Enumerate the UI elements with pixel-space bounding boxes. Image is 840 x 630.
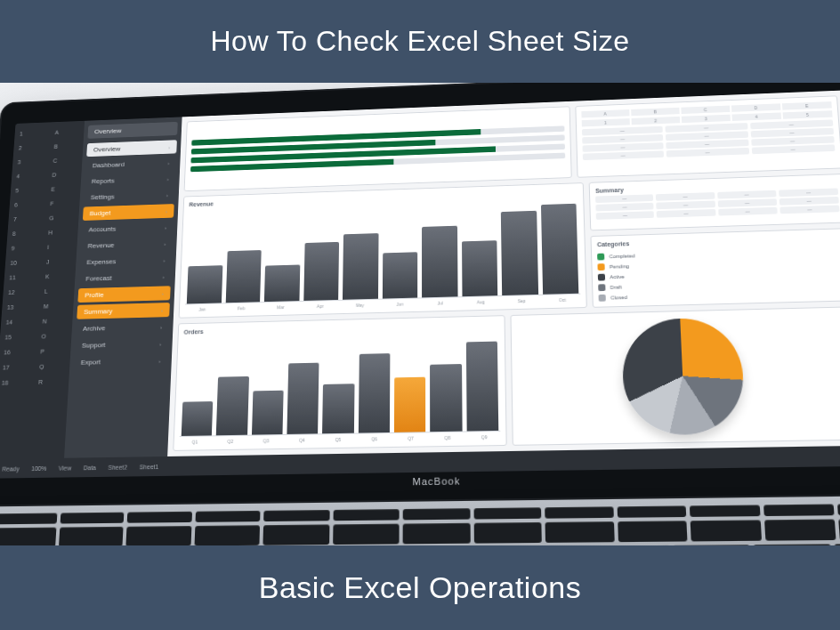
legend-swatch	[598, 274, 605, 281]
chevron-icon: ›	[168, 144, 170, 149]
sidebar-item-label: Overview	[93, 145, 121, 153]
sidebar-item[interactable]: Support›	[75, 336, 168, 353]
chevron-icon: ›	[163, 274, 165, 279]
chevron-icon: ›	[166, 192, 168, 197]
laptop: 1234 5678 9101112 13141516 1718 ABCD EFG…	[0, 83, 840, 545]
bar	[287, 363, 319, 434]
chevron-icon: ›	[159, 341, 161, 346]
chevron-icon: ›	[167, 176, 169, 181]
sidebar-item[interactable]: Dashboard›	[85, 156, 176, 173]
screen: 1234 5678 9101112 13141516 1718 ABCD EFG…	[0, 89, 840, 479]
key[interactable]	[195, 511, 260, 522]
bar	[182, 401, 214, 436]
key[interactable]	[473, 507, 541, 519]
key[interactable]	[59, 527, 124, 545]
bar	[465, 342, 498, 432]
chevron-icon: ›	[166, 208, 167, 214]
bottom-banner: Basic Excel Operations	[0, 545, 840, 630]
bar	[216, 376, 249, 436]
key[interactable]	[764, 519, 836, 540]
sidebar-item-label: Summary	[84, 308, 113, 316]
sidebar-item[interactable]: Archive›	[76, 319, 169, 336]
top-banner-text: How To Check Excel Sheet Size	[210, 25, 629, 57]
legend-swatch	[598, 263, 605, 271]
statusbar-item[interactable]: Ready	[2, 465, 20, 472]
sidebar-item-label: Export	[81, 359, 101, 367]
sidebar-item[interactable]: Summary›	[77, 303, 170, 319]
sidebar-item[interactable]: Overview›	[86, 140, 177, 157]
sidebar-item[interactable]: Export›	[74, 353, 168, 370]
statusbar-item[interactable]: Data	[84, 464, 97, 471]
bar	[264, 265, 300, 302]
bar	[394, 377, 426, 432]
sidebar-item[interactable]: Revenue›	[81, 237, 173, 254]
legend-title: Categories	[597, 234, 840, 247]
legend-list: CompletedPendingActiveDraftClosed	[597, 246, 840, 302]
bar	[359, 353, 391, 432]
bar	[252, 390, 284, 434]
sidebar-item-label: Forecast	[85, 274, 112, 282]
bar	[422, 226, 457, 298]
sidebar-item-label: Accounts	[88, 225, 116, 233]
key[interactable]	[545, 521, 615, 543]
progress-card	[184, 106, 572, 191]
bar	[541, 203, 579, 294]
statusbar-item[interactable]: Sheet1	[140, 464, 159, 470]
orders-chart-card: Orders Q1Q2Q3Q4Q5Q6Q7Q8Q9	[173, 315, 506, 451]
statusbar-item[interactable]: Sheet2	[108, 464, 127, 470]
legend-label: Closed	[610, 295, 627, 300]
key[interactable]	[60, 513, 124, 524]
bar	[382, 252, 417, 298]
key[interactable]	[263, 524, 330, 545]
sidebar-header: Overview	[87, 122, 177, 139]
key[interactable]	[403, 508, 470, 520]
key[interactable]	[473, 522, 542, 544]
key[interactable]	[403, 523, 471, 545]
sidebar-item[interactable]: Accounts›	[82, 220, 174, 237]
legend-swatch	[598, 284, 605, 291]
statusbar-item[interactable]: View	[59, 464, 72, 471]
revenue-chart-card: Revenue JanFebMarAprMayJunJulAugSepOct	[179, 182, 587, 319]
chevron-icon: ›	[161, 307, 163, 312]
key[interactable]	[618, 521, 688, 542]
sidebar-item[interactable]: Forecast›	[78, 270, 171, 287]
key[interactable]	[617, 505, 686, 517]
key[interactable]	[333, 524, 400, 545]
key[interactable]	[194, 525, 260, 545]
sidebar-item-label: Revenue	[87, 241, 114, 249]
key[interactable]	[127, 512, 192, 523]
key[interactable]	[690, 505, 760, 517]
bar	[343, 233, 378, 300]
chevron-icon: ›	[167, 160, 169, 165]
bar	[187, 265, 222, 303]
dashboard-main: ABCDE 12345 ——— ——— ——— ———	[167, 91, 840, 456]
pie-card	[510, 306, 840, 446]
legend-label: Draft	[610, 285, 621, 290]
key[interactable]	[691, 520, 762, 541]
chevron-icon: ›	[162, 291, 164, 296]
sidebar-item[interactable]: Expenses›	[80, 253, 173, 270]
key[interactable]	[0, 513, 57, 524]
key[interactable]	[763, 504, 835, 516]
chevron-icon: ›	[163, 257, 165, 262]
sidebar-item[interactable]: Budget›	[83, 204, 174, 221]
mid-row: Revenue JanFebMarAprMayJunJulAugSepOct S…	[179, 174, 840, 319]
chevron-icon: ›	[160, 324, 162, 329]
small-table: ——— ——— ——— ———	[582, 119, 836, 162]
key[interactable]	[0, 528, 56, 545]
summary-table: Summary ———— ———— ————	[589, 174, 840, 230]
key[interactable]	[545, 506, 613, 518]
key[interactable]	[333, 509, 400, 521]
statusbar-item[interactable]: 100%	[31, 464, 47, 471]
sidebar-item-label: Expenses	[86, 258, 116, 266]
sidebar-item[interactable]: Reports›	[85, 172, 175, 189]
sidebar-item[interactable]: Settings›	[84, 188, 175, 205]
chevron-icon: ›	[164, 241, 166, 246]
key[interactable]	[125, 526, 191, 545]
bar	[462, 240, 498, 296]
revenue-chart	[185, 197, 581, 304]
orders-chart	[180, 330, 501, 437]
legend-swatch	[599, 295, 606, 302]
sidebar-item[interactable]: Profile›	[77, 286, 170, 303]
key[interactable]	[263, 510, 329, 521]
